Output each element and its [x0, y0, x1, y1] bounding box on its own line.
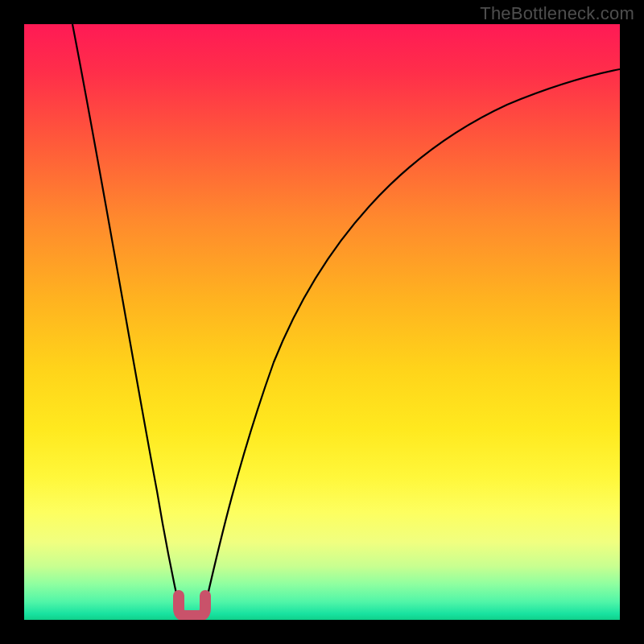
watermark-text: TheBottleneck.com: [480, 3, 634, 24]
plot-area: [24, 24, 620, 620]
curve-right-branch: [203, 69, 620, 616]
bottleneck-curve: [24, 24, 620, 620]
curve-left-branch: [72, 24, 181, 616]
chart-frame: TheBottleneck.com: [0, 0, 644, 644]
bottleneck-marker: [179, 596, 205, 616]
